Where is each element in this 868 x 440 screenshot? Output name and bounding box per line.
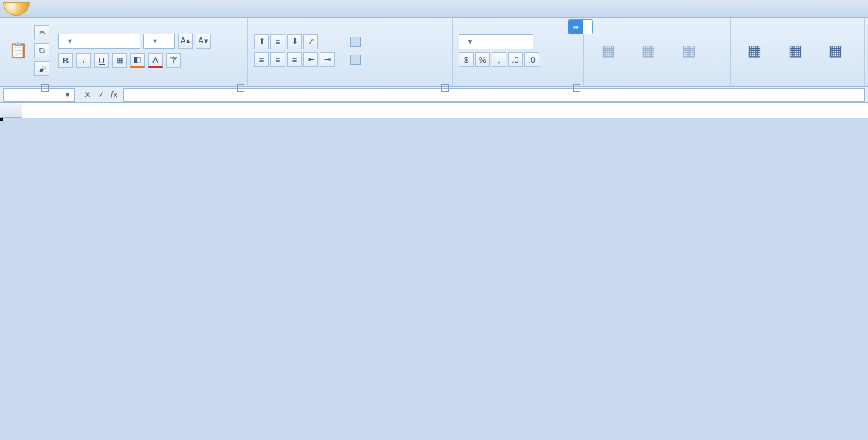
office-button[interactable] xyxy=(3,2,30,16)
number-format-combo[interactable]: ▼ xyxy=(459,34,533,49)
decrease-font-button[interactable]: A▾ xyxy=(196,34,211,49)
chevron-down-icon: ▼ xyxy=(66,37,73,45)
group-label-cells xyxy=(731,83,864,86)
fill-color-button[interactable]: ◧ xyxy=(130,53,145,68)
cell-style-icon: ▦ xyxy=(677,38,701,62)
clipboard-icon: 📋 xyxy=(6,38,30,62)
font-size-combo[interactable]: ▼ xyxy=(143,34,175,49)
increase-font-button[interactable]: A▴ xyxy=(178,34,193,49)
group-label-font xyxy=(52,83,247,86)
group-clipboard: 📋 ✂ ⧉ 🖌 xyxy=(0,18,52,86)
fx-icon[interactable]: fx xyxy=(111,90,117,100)
insert-cells-button[interactable]: ▦ xyxy=(737,25,772,77)
wrap-text-button[interactable] xyxy=(345,34,369,49)
align-middle-button[interactable]: ≡ xyxy=(270,34,285,49)
cancel-icon[interactable]: ✕ xyxy=(84,90,91,100)
font-name-combo[interactable]: ▼ xyxy=(58,34,140,49)
align-right-button[interactable]: ≡ xyxy=(287,52,302,67)
column-headers xyxy=(22,103,868,118)
format-painter-button[interactable]: 🖌 xyxy=(34,61,49,76)
cond-format-icon: ▦ xyxy=(596,38,620,62)
copy-button[interactable]: ⧉ xyxy=(34,43,49,58)
cut-button[interactable]: ✂ xyxy=(34,25,49,40)
format-as-table-button[interactable]: ▦ xyxy=(630,25,666,77)
phonetic-button[interactable]: 字 xyxy=(166,53,181,68)
italic-button[interactable]: I xyxy=(76,53,91,68)
cloud-icon: ∞ xyxy=(568,20,583,34)
chevron-down-icon: ▼ xyxy=(467,38,474,46)
increase-decimal-button[interactable]: .0 xyxy=(508,52,523,67)
name-box[interactable]: ▼ xyxy=(3,88,75,102)
align-top-button[interactable]: ⬆ xyxy=(254,34,269,49)
group-number: ▼ $ % , .0 .0 xyxy=(453,18,584,86)
increase-indent-button[interactable]: ⇥ xyxy=(320,52,335,67)
group-label-alignment xyxy=(248,83,452,86)
upload-badge-label xyxy=(583,25,592,28)
merge-icon xyxy=(350,55,361,65)
format-icon: ▦ xyxy=(823,38,847,62)
percent-button[interactable]: % xyxy=(475,52,490,67)
dialog-launcher-icon[interactable] xyxy=(237,84,244,92)
comma-button[interactable]: , xyxy=(492,52,506,67)
bold-button[interactable]: B xyxy=(58,53,73,68)
dialog-launcher-icon[interactable] xyxy=(573,84,580,92)
font-color-button[interactable]: A xyxy=(148,53,163,68)
wrap-icon xyxy=(350,37,361,47)
upload-badge[interactable]: ∞ xyxy=(568,19,593,34)
ribbon: 📋 ✂ ⧉ 🖌 ▼ ▼ A▴ A▾ B I xyxy=(0,18,868,87)
conditional-format-button[interactable]: ▦ xyxy=(590,25,626,77)
format-cells-button[interactable]: ▦ xyxy=(817,25,853,77)
insert-icon: ▦ xyxy=(743,38,766,62)
enter-icon[interactable]: ✓ xyxy=(97,90,105,100)
group-label-clipboard xyxy=(0,83,52,86)
orientation-button[interactable]: ⤢ xyxy=(303,34,318,49)
delete-cells-button[interactable]: ▦ xyxy=(777,25,813,77)
chevron-down-icon: ▼ xyxy=(64,91,71,99)
currency-button[interactable]: $ xyxy=(459,52,474,67)
group-alignment: ⬆ ≡ ⬇ ⤢ ≡ ≡ ≡ ⇤ ⇥ xyxy=(248,18,453,86)
align-center-button[interactable]: ≡ xyxy=(270,52,285,67)
underline-button[interactable]: U xyxy=(94,53,109,68)
dialog-launcher-icon[interactable] xyxy=(41,84,49,92)
ribbon-tab-bar xyxy=(0,0,868,18)
merge-center-button[interactable] xyxy=(345,52,369,67)
dialog-launcher-icon[interactable] xyxy=(441,84,449,92)
cell-styles-button[interactable]: ▦ xyxy=(671,25,707,77)
chevron-down-icon: ▼ xyxy=(152,37,158,45)
paste-button[interactable]: 📋 xyxy=(6,25,30,77)
formula-input[interactable] xyxy=(123,88,865,102)
border-button[interactable]: ▦ xyxy=(112,53,127,68)
worksheet-grid[interactable] xyxy=(0,103,868,118)
align-left-button[interactable]: ≡ xyxy=(254,52,269,67)
decrease-indent-button[interactable]: ⇤ xyxy=(303,52,318,67)
group-styles: ▦ ▦ ▦ xyxy=(584,18,731,86)
group-font: ▼ ▼ A▴ A▾ B I U ▦ ◧ A 字 xyxy=(52,18,248,86)
group-cells: ▦ ▦ ▦ xyxy=(731,18,865,86)
formula-bar: ▼ ✕ ✓ fx xyxy=(0,87,868,103)
group-label-styles xyxy=(584,83,730,86)
group-label-number xyxy=(453,83,583,86)
decrease-decimal-button[interactable]: .0 xyxy=(524,52,539,67)
align-bottom-button[interactable]: ⬇ xyxy=(287,34,302,49)
select-all-corner[interactable] xyxy=(0,103,22,118)
delete-icon: ▦ xyxy=(783,38,807,62)
table-icon: ▦ xyxy=(636,38,660,62)
